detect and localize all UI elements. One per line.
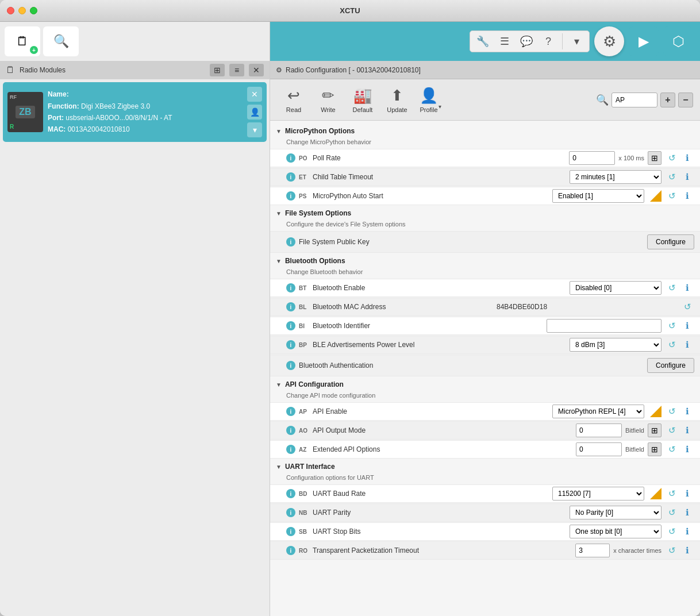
search-icon[interactable]: 🔍 — [596, 94, 609, 106]
device-close-button[interactable]: ✕ — [247, 87, 262, 102]
bl-reset-button[interactable]: ↺ — [680, 300, 694, 314]
help-icon[interactable]: ? — [540, 33, 556, 49]
bt-info2-button[interactable]: ℹ — [680, 281, 694, 295]
config-header: ⚙ Radio Configuration [ - 0013A200420108… — [270, 61, 700, 79]
po-reset-button[interactable]: ↺ — [665, 151, 679, 165]
bi-info-button[interactable]: i — [286, 321, 295, 330]
az-reset-button[interactable]: ↺ — [665, 442, 679, 456]
et-value-select[interactable]: 2 minutes [1] — [570, 170, 661, 184]
ap-value-select[interactable]: MicroPython REPL [4] — [552, 405, 644, 418]
read-button[interactable]: ↩ Read — [277, 82, 310, 118]
bi-reset-button[interactable]: ↺ — [665, 319, 679, 333]
az-value-input[interactable] — [576, 442, 622, 456]
ap-info2-button[interactable]: ℹ — [680, 405, 694, 418]
nb-info2-button[interactable]: ℹ — [680, 506, 694, 519]
bp-info-button[interactable]: i — [286, 340, 295, 349]
search-input[interactable] — [611, 93, 657, 107]
ro-reset-button[interactable]: ↺ — [665, 544, 679, 557]
bd-change-indicator — [650, 488, 661, 499]
list-view-button[interactable]: ≡ — [229, 64, 244, 76]
fspk-configure-button[interactable]: Configure — [647, 234, 694, 249]
ap-reset-button[interactable]: ↺ — [665, 405, 679, 418]
bauth-configure-button[interactable]: Configure — [647, 358, 694, 373]
section-filesystem-header[interactable]: ▼ File System Options — [270, 206, 700, 221]
gear-button[interactable]: ⚙ — [594, 26, 624, 56]
wrench-icon[interactable]: 🔧 — [475, 33, 491, 49]
ro-value-input[interactable] — [575, 544, 610, 557]
az-bitfield-button[interactable]: ⊞ — [648, 442, 661, 456]
bp-info2-button[interactable]: ℹ — [680, 338, 694, 352]
discover-module-button[interactable]: 🔍 — [43, 26, 79, 56]
nb-info-button[interactable]: i — [286, 508, 295, 517]
ps-info2-button[interactable]: ℹ — [680, 189, 694, 203]
et-info2-button[interactable]: ℹ — [680, 170, 694, 184]
az-info2-button[interactable]: ℹ — [680, 442, 694, 456]
ao-value-input[interactable] — [576, 424, 622, 437]
bd-info2-button[interactable]: ℹ — [680, 487, 694, 500]
zoom-in-button[interactable]: + — [660, 93, 675, 107]
sb-code: SB — [299, 529, 309, 535]
dropdown-arrow-icon[interactable]: ▾ — [568, 33, 584, 49]
section-uart-header[interactable]: ▼ UART Interface — [270, 459, 700, 474]
et-info-button[interactable]: i — [286, 172, 295, 182]
bp-reset-button[interactable]: ↺ — [665, 338, 679, 352]
message-icon[interactable]: 💬 — [518, 33, 534, 49]
profile-button[interactable]: 👤 Profile ▾ — [415, 82, 443, 118]
close-button[interactable] — [7, 7, 14, 14]
grid-view-button[interactable]: ⊞ — [210, 64, 225, 76]
add-module-button[interactable]: 🗒 + — [5, 26, 40, 56]
bt-reset-button[interactable]: ↺ — [665, 281, 679, 295]
network-button[interactable]: ⬡ — [663, 26, 693, 56]
bp-value-select[interactable]: 8 dBm [3] — [570, 338, 661, 352]
bi-value-input[interactable] — [547, 319, 661, 333]
ao-bitfield-button[interactable]: ⊞ — [648, 424, 661, 437]
ap-info-button[interactable]: i — [286, 407, 295, 416]
bd-info-button[interactable]: i — [286, 489, 295, 498]
device-dropdown-button[interactable]: ▾ — [247, 122, 262, 137]
bl-info-button[interactable]: i — [286, 302, 295, 311]
sb-info2-button[interactable]: ℹ — [680, 525, 694, 538]
ro-info-button[interactable]: i — [286, 546, 295, 555]
bd-reset-button[interactable]: ↺ — [665, 487, 679, 500]
ps-reset-button[interactable]: ↺ — [665, 189, 679, 203]
section-api-header[interactable]: ▼ API Configuration — [270, 377, 700, 392]
ao-info-button[interactable]: i — [286, 426, 295, 435]
po-value-input[interactable] — [569, 151, 615, 165]
section-micropython-header[interactable]: ▼ MicroPython Options — [270, 124, 700, 138]
device-user-button[interactable]: 👤 — [247, 105, 262, 120]
fspk-info-button[interactable]: i — [286, 237, 295, 247]
po-info2-button[interactable]: ℹ — [680, 151, 694, 165]
ap-actions: ↺ ℹ — [665, 405, 694, 418]
ro-info2-button[interactable]: ℹ — [680, 544, 694, 557]
section-bluetooth-header[interactable]: ▼ Bluetooth Options — [270, 253, 700, 268]
bt-info-button[interactable]: i — [286, 283, 295, 292]
bauth-info-button[interactable]: i — [286, 361, 295, 370]
bd-value-select[interactable]: 115200 [7] — [552, 487, 644, 500]
table-icon[interactable]: ☰ — [497, 33, 513, 49]
sb-info-button[interactable]: i — [286, 527, 295, 536]
divider — [562, 33, 563, 49]
zoom-out-button[interactable]: − — [678, 93, 693, 107]
po-info-button[interactable]: i — [286, 153, 295, 163]
az-info-button[interactable]: i — [286, 445, 295, 454]
sb-value-select[interactable]: One stop bit [0] — [570, 525, 661, 538]
nb-reset-button[interactable]: ↺ — [665, 506, 679, 519]
nb-value-select[interactable]: No Parity [0] — [570, 506, 661, 519]
row-az: i AZ Extended API Options Bitfield ⊞ ↺ ℹ — [270, 440, 700, 459]
minimize-button[interactable] — [18, 7, 26, 14]
ao-reset-button[interactable]: ↺ — [665, 424, 679, 437]
update-button[interactable]: ⬆ Update — [380, 82, 414, 118]
write-button[interactable]: ✏ Write — [311, 82, 345, 118]
ps-value-select[interactable]: Enabled [1] — [552, 189, 644, 203]
default-button[interactable]: 🏭 Default — [346, 82, 379, 118]
terminal-button[interactable]: ▶ — [629, 26, 659, 56]
close-panel-button[interactable]: ✕ — [249, 64, 264, 76]
po-bitfield-button[interactable]: ⊞ — [648, 151, 661, 165]
bi-info2-button[interactable]: ℹ — [680, 319, 694, 333]
bt-value-select[interactable]: Disabled [0] — [570, 281, 661, 295]
ao-info2-button[interactable]: ℹ — [680, 424, 694, 437]
maximize-button[interactable] — [30, 7, 37, 14]
sb-reset-button[interactable]: ↺ — [665, 525, 679, 538]
et-reset-button[interactable]: ↺ — [665, 170, 679, 184]
ps-info-button[interactable]: i — [286, 191, 295, 201]
